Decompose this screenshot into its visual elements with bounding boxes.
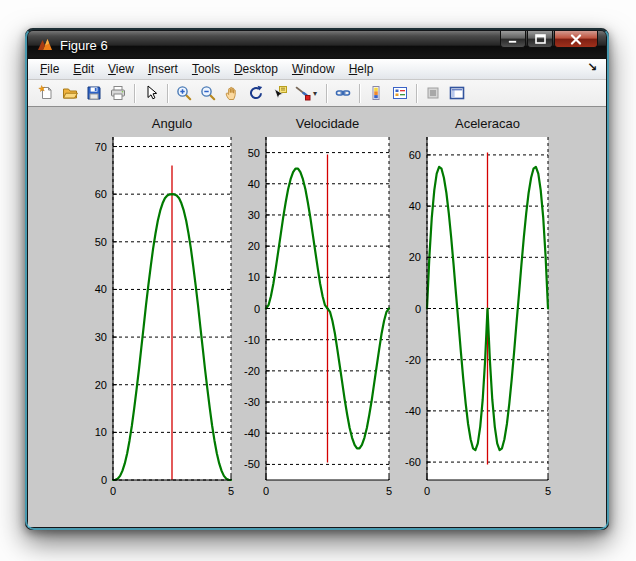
menu-edit[interactable]: Edit	[66, 60, 101, 78]
dock-arrow-icon: ↘	[587, 60, 597, 74]
y-tick-label: 30	[95, 331, 107, 343]
x-tick-label: 5	[228, 485, 234, 497]
toolbar-separator	[416, 84, 417, 103]
close-button[interactable]	[554, 31, 598, 48]
x-tick-label: 0	[110, 485, 116, 497]
matlab-logo-icon	[37, 37, 53, 53]
link-plot-icon	[335, 85, 351, 101]
dock-figure-button[interactable]: ↘	[584, 60, 600, 74]
hide-plot-tools-icon	[425, 85, 441, 101]
x-tick-label: 5	[386, 485, 392, 497]
insert-legend-button[interactable]	[388, 82, 412, 104]
figure-window: Figure 6 FileEditViewInsertToolsDesktopW…	[25, 28, 609, 530]
x-tick-label: 5	[545, 485, 551, 497]
plots-svg: 01020304050607005Angulo-50-40-30-20-1001…	[28, 107, 606, 527]
new-figure-button[interactable]	[34, 82, 58, 104]
desktop-stage: Figure 6 FileEditViewInsertToolsDesktopW…	[0, 0, 636, 561]
link-plot-button[interactable]	[331, 82, 355, 104]
figure-toolbar: ▾	[28, 80, 606, 107]
y-tick-label: -20	[244, 365, 260, 377]
rotate-3d-icon	[248, 85, 264, 101]
edit-plot-button[interactable]	[139, 82, 163, 104]
caption-buttons	[499, 31, 598, 48]
y-tick-label: 70	[95, 141, 107, 153]
menu-file[interactable]: File	[33, 60, 66, 78]
y-tick-label: 10	[248, 271, 260, 283]
hide-plot-tools-button[interactable]	[421, 82, 445, 104]
y-tick-label: 20	[409, 251, 421, 263]
menu-desktop[interactable]: Desktop	[227, 60, 285, 78]
zoom-out-icon	[200, 85, 216, 101]
y-tick-label: -20	[405, 354, 421, 366]
toolbar-separator	[359, 84, 360, 103]
x-tick-label: 0	[263, 485, 269, 497]
y-tick-label: 20	[95, 379, 107, 391]
toolbar-separator	[326, 84, 327, 103]
show-plot-tools-button[interactable]	[445, 82, 469, 104]
y-tick-label: 50	[95, 236, 107, 248]
print-figure-button[interactable]	[106, 82, 130, 104]
minimize-icon	[508, 35, 518, 44]
y-tick-label: -40	[405, 405, 421, 417]
insert-colorbar-icon	[368, 85, 384, 101]
y-tick-label: 0	[415, 303, 421, 315]
y-tick-label: 60	[95, 188, 107, 200]
plot-title: Angulo	[152, 116, 192, 131]
data-cursor-button[interactable]	[268, 82, 292, 104]
menu-view[interactable]: View	[101, 60, 141, 78]
y-tick-label: -30	[244, 396, 260, 408]
menu-insert[interactable]: Insert	[141, 60, 185, 78]
y-tick-label: 0	[101, 474, 107, 486]
brush-data-icon	[295, 85, 311, 101]
titlebar[interactable]: Figure 6	[28, 31, 606, 59]
y-tick-label: 50	[248, 147, 260, 159]
y-tick-label: -50	[244, 458, 260, 470]
toolbar-separator	[134, 84, 135, 103]
save-figure-icon	[86, 85, 102, 101]
print-figure-icon	[110, 85, 126, 101]
maximize-icon	[535, 34, 546, 44]
y-tick-label: 30	[248, 209, 260, 221]
toolbar-separator	[167, 84, 168, 103]
minimize-button[interactable]	[500, 31, 526, 48]
menu-help[interactable]: Help	[342, 60, 381, 78]
insert-colorbar-button[interactable]	[364, 82, 388, 104]
y-tick-label: 40	[409, 200, 421, 212]
y-tick-label: 0	[254, 303, 260, 315]
show-plot-tools-icon	[449, 85, 465, 101]
pan-button[interactable]	[220, 82, 244, 104]
figure-canvas: 01020304050607005Angulo-50-40-30-20-1001…	[28, 107, 606, 527]
x-tick-label: 0	[424, 485, 430, 497]
y-tick-label: 10	[95, 426, 107, 438]
edit-plot-cursor-icon	[143, 85, 159, 101]
save-figure-button[interactable]	[82, 82, 106, 104]
y-tick-label: -10	[244, 334, 260, 346]
insert-legend-icon	[392, 85, 408, 101]
open-file-icon	[62, 85, 78, 101]
open-file-button[interactable]	[58, 82, 82, 104]
data-cursor-icon	[272, 85, 288, 101]
plot-title: Aceleracao	[455, 116, 520, 131]
new-figure-icon	[38, 85, 54, 101]
pan-hand-icon	[224, 85, 240, 101]
y-tick-label: 40	[248, 178, 260, 190]
y-tick-label: -60	[405, 456, 421, 468]
brush-dropdown-icon[interactable]: ▾	[311, 89, 320, 98]
y-tick-label: 20	[248, 240, 260, 252]
window-title: Figure 6	[60, 38, 108, 53]
zoom-in-icon	[176, 85, 192, 101]
rotate-3d-button[interactable]	[244, 82, 268, 104]
menu-window[interactable]: Window	[285, 60, 342, 78]
zoom-out-button[interactable]	[196, 82, 220, 104]
y-tick-label: 60	[409, 149, 421, 161]
menubar-items: FileEditViewInsertToolsDesktopWindowHelp	[33, 60, 380, 78]
menu-tools[interactable]: Tools	[185, 60, 227, 78]
menubar: FileEditViewInsertToolsDesktopWindowHelp…	[28, 59, 606, 80]
brush-data-button[interactable]: ▾	[292, 82, 322, 104]
plot-title: Velocidade	[296, 116, 360, 131]
zoom-in-button[interactable]	[172, 82, 196, 104]
y-tick-label: -40	[244, 427, 260, 439]
y-tick-label: 40	[95, 283, 107, 295]
close-icon	[570, 34, 582, 45]
maximize-button[interactable]	[527, 31, 553, 48]
